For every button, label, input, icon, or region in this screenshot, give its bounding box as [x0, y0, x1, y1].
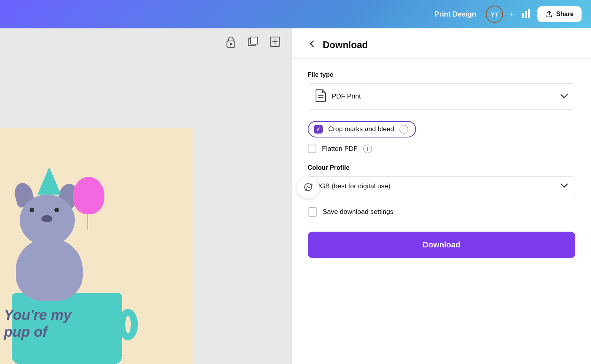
panel-title: Download: [323, 39, 368, 50]
canvas-text: You're my pup of: [4, 306, 71, 340]
canvas-card: You're my pup of: [0, 128, 193, 364]
colour-chevron-icon: [561, 182, 568, 190]
ai-chat-button[interactable]: +: [297, 176, 319, 199]
main-content: You're my pup of + Download: [0, 28, 591, 364]
balloon: [73, 177, 104, 214]
dog-eye-right: [54, 208, 59, 212]
save-settings-row: Save download settings: [308, 207, 575, 217]
panel-header: Download: [292, 28, 591, 59]
add-collaborator-button[interactable]: +: [509, 9, 515, 19]
crop-marks-info-icon[interactable]: i: [400, 125, 408, 134]
dog-eye-left: [30, 208, 34, 212]
svg-rect-0: [522, 13, 524, 18]
save-settings-checkbox[interactable]: [308, 207, 317, 217]
flatten-pdf-label: Flatten PDF: [322, 145, 358, 153]
checkboxes-section: Crop marks and bleed i Flatten PDF i: [308, 121, 575, 153]
cup-handle: [118, 309, 138, 340]
chevron-down-icon: [561, 93, 568, 101]
flatten-pdf-row: Flatten PDF i: [308, 145, 575, 153]
add-element-icon[interactable]: [268, 35, 282, 49]
panel-content: File type PDF Print: [292, 59, 591, 271]
balloon-string: [87, 214, 88, 230]
svg-point-4: [230, 43, 232, 45]
svg-rect-2: [528, 9, 530, 18]
lock-icon[interactable]: [224, 35, 238, 49]
dog-body: [16, 238, 83, 301]
crop-marks-row: Crop marks and bleed i: [308, 121, 416, 137]
avatar[interactable]: YT: [486, 6, 503, 23]
file-type-dropdown[interactable]: PDF Print: [308, 83, 575, 110]
file-type-section: File type PDF Print: [308, 71, 575, 110]
colour-profile-label: Colour Profile: [308, 164, 575, 171]
colour-profile-dropdown[interactable]: RGB (best for digital use): [308, 176, 575, 196]
duplicate-icon[interactable]: [246, 35, 260, 49]
svg-rect-7: [251, 37, 258, 44]
dog-nose: [41, 215, 52, 222]
topbar-title: Print Design: [435, 10, 476, 19]
party-hat: [37, 167, 61, 195]
right-panel: Download File type PDF Print: [292, 28, 591, 364]
svg-rect-1: [525, 11, 527, 18]
topbar: Print Design YT + Share: [0, 0, 591, 28]
share-button[interactable]: Share: [537, 6, 582, 22]
crop-marks-checkbox[interactable]: [314, 125, 323, 134]
share-icon: [545, 10, 553, 18]
crop-marks-label: Crop marks and bleed: [328, 125, 394, 133]
canvas-toolbar: [0, 28, 292, 55]
file-type-label: File type: [308, 71, 575, 78]
flatten-pdf-info-icon[interactable]: i: [363, 145, 372, 153]
illustration: You're my pup of: [0, 128, 193, 364]
download-button[interactable]: Download: [308, 232, 575, 258]
save-settings-label: Save download settings: [323, 208, 394, 216]
colour-profile-value: RGB (best for digital use): [315, 182, 555, 190]
analytics-icon[interactable]: [521, 9, 531, 20]
svg-text:+: +: [310, 182, 313, 187]
canvas-area: You're my pup of +: [0, 28, 292, 364]
colour-profile-section: Colour Profile RGB (best for digital use…: [308, 164, 575, 196]
flatten-pdf-checkbox[interactable]: [308, 145, 316, 153]
file-type-value: PDF Print: [332, 93, 555, 100]
back-button[interactable]: [308, 39, 316, 50]
file-type-icon: [315, 89, 326, 104]
